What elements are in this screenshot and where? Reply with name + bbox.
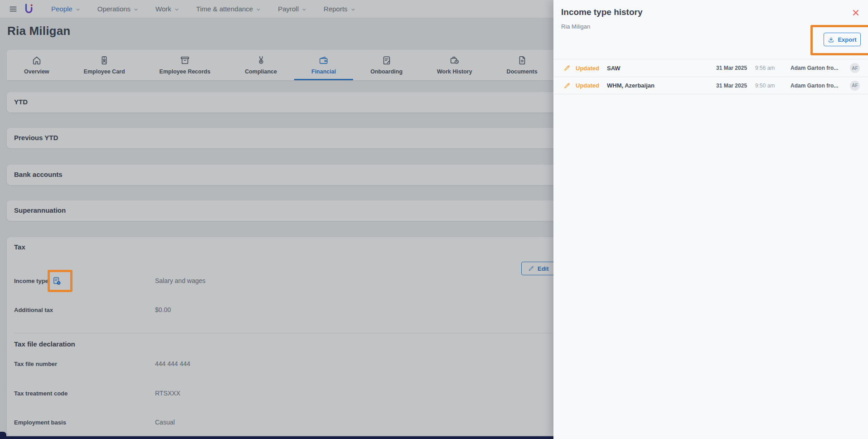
income-type-history-panel: Income type history Ria Miligan Export U… — [553, 0, 868, 439]
history-income-type: WHM, Azerbaijan — [607, 82, 716, 89]
history-time: 9:56 am — [755, 65, 790, 71]
avatar: AF — [850, 63, 860, 73]
history-user: Adam Garton fro... — [790, 83, 850, 89]
history-user: Adam Garton fro... — [790, 65, 850, 71]
history-action: Updated — [576, 65, 607, 72]
pencil-icon — [563, 82, 571, 89]
close-icon[interactable] — [849, 6, 862, 19]
history-row[interactable]: Updated WHM, Azerbaijan 31 Mar 2025 9:50… — [553, 77, 868, 94]
export-button-label: Export — [838, 36, 856, 43]
screen: People Operations Work Time & attendance… — [0, 0, 868, 439]
history-date: 31 Mar 2025 — [716, 83, 755, 89]
export-button[interactable]: Export — [824, 33, 861, 46]
history-date: 31 Mar 2025 — [716, 65, 755, 71]
history-row[interactable]: Updated SAW 31 Mar 2025 9:56 am Adam Gar… — [553, 59, 868, 77]
history-time: 9:50 am — [755, 83, 790, 89]
history-action: Updated — [576, 82, 607, 89]
history-income-type: SAW — [607, 65, 716, 72]
download-icon — [828, 36, 834, 43]
pencil-icon — [563, 64, 571, 72]
avatar: AF — [850, 81, 860, 91]
panel-subtitle: Ria Miligan — [561, 23, 590, 30]
panel-title: Income type history — [561, 7, 643, 17]
